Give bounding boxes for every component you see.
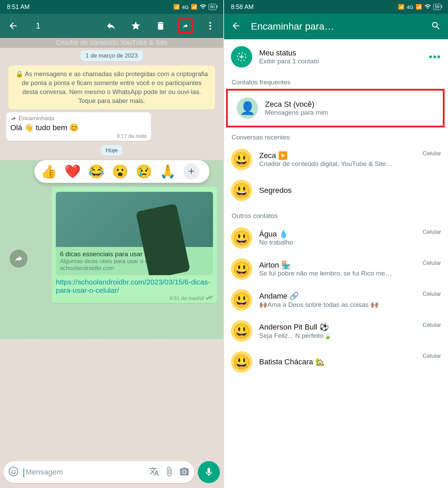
message-time: 8:51 da manhã	[56, 295, 213, 301]
row-tag: Celular	[422, 322, 441, 329]
encryption-notice[interactable]: 🔒 As mensagens e as chamadas são protegi…	[8, 65, 215, 110]
network-label: 4G	[407, 4, 414, 10]
avatar: 😃	[231, 289, 252, 311]
status-bar: 8:51 AM 📶 4G 📶 60	[0, 0, 223, 14]
avatar: 😃	[231, 320, 252, 342]
row-tag: Celular	[422, 260, 441, 267]
avatar: 😃	[231, 149, 252, 170]
camera-icon[interactable]	[179, 466, 190, 478]
row-tag: Celular	[422, 229, 441, 236]
status-time: 8:51 AM	[7, 3, 30, 11]
contact-row[interactable]: 😃 Anderson Pit Bull ⚽ Seja Feliz... N pe…	[224, 315, 448, 346]
row-sub: Se fui pobre não me lembro, se fui Rico …	[259, 270, 416, 277]
message-input[interactable]: Mensagem	[23, 468, 144, 477]
section-recent: Conversas recentes	[224, 127, 448, 144]
wifi-icon	[200, 3, 206, 11]
row-name: Zeca St (você)	[265, 100, 434, 109]
reaction-more[interactable]: +	[183, 164, 199, 179]
row-name: Andame 🔗	[259, 292, 416, 301]
forward-screen: 8:58 AM 📶 4G 📶 59 Encaminhar para…	[224, 0, 448, 488]
row-tag: Celular	[422, 291, 441, 298]
reply-button[interactable]	[103, 18, 119, 33]
row-name: Segredos	[259, 186, 441, 195]
emoji-icon[interactable]	[8, 466, 19, 478]
input-pill[interactable]: Mensagem	[3, 461, 194, 483]
back-button[interactable]	[6, 18, 21, 33]
row-sub: Criador de conteúdo digital, YouTube & S…	[259, 160, 416, 168]
contact-row[interactable]: 😃 Andame 🔗 🙌🏽Ama a Deus sobre todas as c…	[224, 284, 448, 315]
svg-point-4	[11, 470, 13, 471]
row-sub: Seja Feliz... N perfeito🍃	[259, 332, 416, 340]
reaction-bar: 👍 ❤️ 😂 😮 😢 🙏 +	[34, 160, 210, 183]
chat-body[interactable]: Criador de conteúdo YouTube & Site 1 de …	[0, 38, 223, 457]
mic-button[interactable]	[198, 461, 220, 483]
chat-subtitle: Criador de conteúdo YouTube & Site	[0, 37, 223, 48]
star-button[interactable]	[128, 18, 143, 33]
link-preview[interactable]: 6 dicas essenciais para usar o celular A…	[56, 192, 213, 275]
row-name: Meu status	[259, 49, 422, 58]
svg-point-6	[183, 470, 186, 473]
signal-icon: 📶	[173, 4, 180, 10]
row-sub: Exibir para 1 contato	[259, 58, 422, 65]
more-icon[interactable]: •••	[429, 51, 441, 62]
contact-row[interactable]: 😃 Airton 🏪 Se fui pobre não me lembro, s…	[224, 253, 448, 284]
row-name: Anderson Pit Bull ⚽	[259, 323, 416, 332]
delete-button[interactable]	[153, 18, 168, 33]
forward-header: Encaminhar para…	[224, 14, 448, 39]
read-ticks-icon	[205, 295, 213, 301]
reaction-sad[interactable]: 😢	[136, 164, 152, 179]
chat-screen: 8:51 AM 📶 4G 📶 60 1	[0, 0, 224, 488]
svg-point-2	[210, 28, 211, 30]
row-tag: Celular	[422, 150, 441, 157]
attach-icon[interactable]	[164, 466, 174, 478]
status-icons: 📶 4G 📶 60	[173, 3, 216, 11]
incoming-message[interactable]: Encaminhada Olá 👋 tudo bem 😊 8:17 da noi…	[6, 112, 151, 141]
row-tag: Celular	[422, 353, 441, 360]
svg-point-1	[210, 25, 211, 27]
contact-row[interactable]: 😃 Zeca ▶️ Criador de conteúdo digital, Y…	[224, 144, 448, 175]
avatar: 😃	[231, 180, 252, 201]
signal-icon-2: 📶	[416, 4, 422, 10]
date-chip: 1 de março de 2023	[81, 50, 142, 61]
translate-icon[interactable]	[149, 466, 159, 478]
more-button[interactable]	[203, 18, 218, 33]
contact-row-self[interactable]: 👤 Zeca St (você) Mensagens para mim	[230, 93, 441, 124]
signal-icon-2: 📶	[191, 4, 197, 10]
outgoing-message[interactable]: 6 dicas essenciais para usar o celular A…	[52, 187, 217, 303]
forward-circle-button[interactable]	[10, 250, 28, 268]
search-button[interactable]	[431, 21, 441, 32]
back-button[interactable]	[231, 21, 241, 32]
wifi-icon	[424, 3, 431, 11]
forwarded-label: Encaminhada	[10, 115, 147, 122]
selection-count: 1	[36, 21, 40, 31]
header-title: Encaminhar para…	[251, 21, 421, 32]
forward-button[interactable]	[178, 18, 193, 33]
row-sub: Mensagens para mim	[265, 109, 434, 116]
status-avatar	[231, 46, 252, 68]
reaction-heart[interactable]: ❤️	[64, 164, 81, 179]
reaction-thumbs-up[interactable]: 👍	[41, 164, 57, 179]
contact-row[interactable]: 😃 Batista Chácara 🏡 Celular	[224, 346, 448, 377]
row-name: Zeca ▶️	[259, 151, 416, 160]
row-sub: No trabalho	[259, 239, 416, 246]
message-time: 8:17 da noite	[10, 133, 147, 139]
message-link[interactable]: https://schoolandroidbr.com/2023/03/15/6…	[56, 278, 213, 294]
avatar: 😃	[231, 351, 252, 373]
contact-row[interactable]: 😃 Água 💧 No trabalho Celular	[224, 222, 448, 253]
reaction-pray[interactable]: 🙏	[160, 164, 176, 179]
reaction-laugh[interactable]: 😂	[88, 164, 104, 179]
contact-list[interactable]: Meu status Exibir para 1 contato ••• Con…	[224, 39, 448, 377]
svg-point-5	[14, 470, 16, 471]
signal-icon: 📶	[398, 4, 405, 10]
status-time: 8:58 AM	[231, 3, 254, 11]
contact-row[interactable]: 😃 Segredos	[224, 175, 448, 206]
section-frequent: Contatos frequentes	[224, 72, 448, 89]
highlight-box: 👤 Zeca St (você) Mensagens para mim	[226, 89, 445, 127]
date-chip: Hoje	[101, 145, 123, 156]
svg-point-0	[210, 22, 211, 24]
my-status-row[interactable]: Meu status Exibir para 1 contato •••	[224, 41, 448, 72]
reaction-wow[interactable]: 😮	[112, 164, 128, 179]
svg-point-3	[9, 467, 18, 476]
selection-action-bar: 1	[0, 14, 223, 38]
row-name: Airton 🏪	[259, 261, 416, 270]
